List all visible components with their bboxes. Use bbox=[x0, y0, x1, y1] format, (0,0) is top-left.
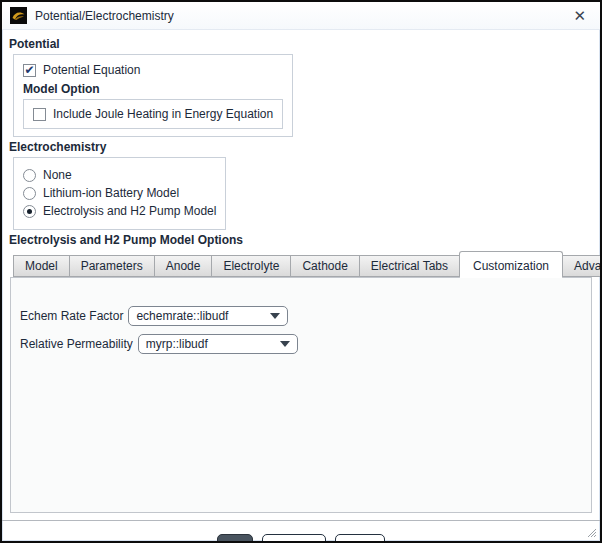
radio-unselected-icon[interactable] bbox=[23, 169, 36, 182]
potential-group: ✔ Potential Equation Model Option Includ… bbox=[13, 54, 293, 137]
relative-permeability-row: Relative Permeability myrp::libudf bbox=[20, 334, 591, 354]
radio-unselected-icon[interactable] bbox=[23, 187, 36, 200]
close-icon[interactable]: ✕ bbox=[569, 6, 590, 25]
relative-permeability-select[interactable]: myrp::libudf bbox=[138, 334, 298, 354]
window-title: Potential/Electrochemistry bbox=[35, 9, 174, 23]
relative-permeability-value: myrp::libudf bbox=[146, 337, 276, 351]
echem-rate-factor-select[interactable]: echemrate::libudf bbox=[128, 306, 288, 326]
dropdown-arrow-icon bbox=[280, 341, 290, 347]
model-option-header: Model Option bbox=[23, 82, 283, 96]
radio-none-label: None bbox=[43, 168, 72, 182]
title-bar: Potential/Electrochemistry ✕ bbox=[2, 2, 600, 30]
tab-electrolyte[interactable]: Electrolyte bbox=[211, 255, 291, 277]
model-option-box: Include Joule Heating in Energy Equation bbox=[23, 99, 283, 129]
potential-header: Potential bbox=[9, 37, 593, 51]
relative-permeability-label: Relative Permeability bbox=[20, 337, 133, 351]
dialog-content: Potential ✔ Potential Equation Model Opt… bbox=[2, 30, 600, 543]
dropdown-arrow-icon bbox=[270, 313, 280, 319]
tab-parameters[interactable]: Parameters bbox=[69, 255, 155, 277]
resize-grip[interactable] bbox=[584, 525, 597, 538]
potential-equation-label: Potential Equation bbox=[43, 63, 140, 77]
ok-button[interactable]: OK bbox=[217, 534, 253, 543]
tab-strip: Model Parameters Anode Electrolyte Catho… bbox=[13, 251, 593, 277]
customization-tab-panel: Echem Rate Factor echemrate::libudf Rela… bbox=[10, 277, 592, 513]
cancel-button[interactable]: Cancel bbox=[262, 534, 325, 543]
dialog-buttons: OK Cancel Help bbox=[9, 534, 593, 543]
echem-rate-factor-row: Echem Rate Factor echemrate::libudf bbox=[20, 306, 591, 326]
tab-model[interactable]: Model bbox=[13, 255, 70, 277]
fluent-logo-icon bbox=[10, 7, 27, 24]
electrochemistry-header: Electrochemistry bbox=[9, 140, 593, 154]
tab-anode[interactable]: Anode bbox=[154, 255, 213, 277]
tab-advanced[interactable]: Advanced bbox=[562, 255, 602, 277]
radio-electrolysis[interactable]: Electrolysis and H2 Pump Model bbox=[23, 204, 216, 218]
joule-heating-label: Include Joule Heating in Energy Equation bbox=[53, 107, 273, 121]
potential-electrochemistry-dialog: Potential/Electrochemistry ✕ Potential ✔… bbox=[0, 0, 602, 543]
radio-lithium-ion[interactable]: Lithium-ion Battery Model bbox=[23, 186, 216, 200]
checkbox-checked-icon[interactable]: ✔ bbox=[23, 64, 36, 77]
help-button[interactable]: Help bbox=[335, 534, 385, 543]
echem-rate-factor-value: echemrate::libudf bbox=[136, 309, 266, 323]
footer-separator bbox=[2, 520, 600, 521]
radio-electrolysis-label: Electrolysis and H2 Pump Model bbox=[43, 204, 216, 218]
tab-cathode[interactable]: Cathode bbox=[290, 255, 359, 277]
joule-heating-checkbox-row[interactable]: Include Joule Heating in Energy Equation bbox=[33, 107, 273, 121]
tab-customization[interactable]: Customization bbox=[459, 251, 563, 278]
tab-electrical-tabs[interactable]: Electrical Tabs bbox=[359, 255, 460, 277]
radio-lithium-label: Lithium-ion Battery Model bbox=[43, 186, 179, 200]
potential-equation-checkbox-row[interactable]: ✔ Potential Equation bbox=[23, 63, 283, 77]
echem-rate-factor-label: Echem Rate Factor bbox=[20, 309, 123, 323]
checkbox-unchecked-icon[interactable] bbox=[33, 108, 46, 121]
electrochemistry-group: None Lithium-ion Battery Model Electroly… bbox=[13, 157, 226, 230]
radio-selected-icon[interactable] bbox=[23, 205, 36, 218]
model-options-header: Electrolysis and H2 Pump Model Options bbox=[9, 233, 593, 247]
radio-none[interactable]: None bbox=[23, 168, 216, 182]
